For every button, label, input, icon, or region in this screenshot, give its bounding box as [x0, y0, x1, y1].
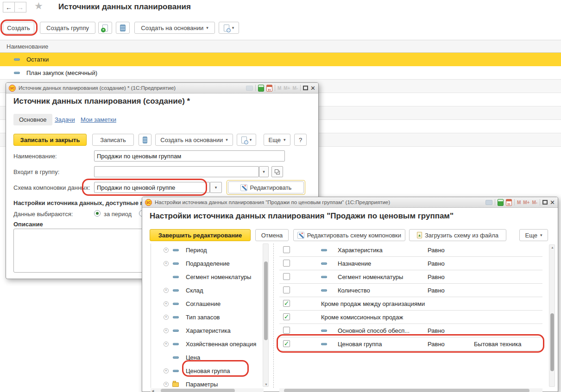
more-button[interactable]: Еще ▾ [264, 134, 290, 146]
memory-minus-button[interactable]: M- [532, 200, 537, 205]
tree-hscrollbar-thumb[interactable] [161, 389, 235, 392]
print-icon[interactable] [485, 200, 492, 205]
tree-item-stock-type[interactable]: + Тип запасов [151, 311, 264, 324]
filters-hscrollbar[interactable] [279, 388, 542, 392]
dialog2-titlebar[interactable]: 1С Настройки источника данных планирован… [142, 197, 558, 208]
scroll-up-icon[interactable]: ▲ [551, 246, 554, 249]
create-based-on-button[interactable]: Создать на основании ▾ [134, 22, 215, 34]
checkbox[interactable] [283, 260, 290, 267]
checkbox-checked[interactable]: ✓ [283, 340, 290, 347]
list-settings-button[interactable] [116, 22, 130, 34]
group-field[interactable] [94, 166, 259, 177]
table-row[interactable]: План закупок (месячный) [0, 66, 561, 80]
checkbox[interactable] [283, 273, 290, 280]
expand-icon[interactable]: + [164, 301, 169, 306]
dialog1-titlebar[interactable]: 1С Источник данных планирования (создани… [6, 83, 318, 93]
calculator-icon[interactable] [498, 199, 504, 206]
more-button[interactable]: Еще ▾ [519, 229, 548, 241]
memory-minus-button[interactable]: M- [292, 86, 298, 91]
create-group-button[interactable]: Создать группу [40, 22, 95, 34]
expand-icon[interactable]: + [164, 288, 169, 293]
tree-item-segment[interactable]: Сегмент номенклатуры [151, 270, 264, 284]
memory-recall-button[interactable]: M [517, 200, 521, 205]
forward-button[interactable]: → [14, 2, 26, 12]
filters-hscrollbar-thumb[interactable] [284, 389, 529, 392]
filter-row-except-intercompany[interactable]: ✓ Кроме продаж между организациями [279, 297, 542, 311]
back-button[interactable]: ← [3, 2, 15, 12]
finish-editing-button[interactable]: Завершить редактирование [150, 229, 251, 241]
close-icon[interactable]: ✕ [310, 85, 315, 91]
expand-icon[interactable]: + [164, 315, 169, 320]
group-dropdown-button[interactable]: ▾ [259, 166, 269, 177]
expand-icon[interactable]: + [164, 368, 169, 373]
checkbox[interactable] [283, 286, 290, 293]
expand-icon[interactable]: + [164, 248, 169, 253]
filter-row-segment[interactable]: Сегмент номенклатуры Равно [279, 270, 542, 284]
create-based-on-button[interactable]: Создать на основании ▾ [155, 134, 233, 146]
checkbox[interactable] [283, 327, 290, 334]
tree-item-business-operation[interactable]: + Хозяйственная операция [151, 337, 264, 351]
schema-dropdown-button[interactable]: ▾ [210, 182, 222, 193]
tree-item-department[interactable]: + Подразделение [151, 257, 264, 270]
tab-notes[interactable]: Мои заметки [81, 116, 116, 123]
tree-hscrollbar[interactable]: ◀ [151, 388, 264, 392]
expand-icon[interactable]: + [164, 342, 169, 347]
radio-period-selected[interactable] [94, 210, 101, 217]
tree-item-agreement[interactable]: + Соглашение [151, 297, 264, 311]
save-and-close-button[interactable]: Записать и закрыть [13, 134, 87, 146]
expand-icon[interactable]: + [164, 328, 169, 333]
maximize-icon[interactable] [303, 86, 308, 90]
create-button[interactable]: Создать [3, 22, 34, 34]
expand-icon[interactable]: + [164, 382, 169, 387]
tree-item-price[interactable]: Цена [151, 351, 264, 364]
table-header[interactable]: Наименование [0, 40, 561, 53]
add-copy-button[interactable]: + [98, 22, 112, 34]
tree-item-characteristic[interactable]: + Характеристика [151, 324, 264, 337]
checkbox-checked[interactable]: ✓ [283, 300, 290, 307]
filters-scrollbar-thumb[interactable] [550, 313, 554, 371]
tree-scrollbar-thumb[interactable] [264, 261, 268, 340]
edit-layout-schema-button[interactable]: + Редактировать схему компоновки [293, 229, 405, 241]
memory-plus-button[interactable]: M+ [284, 86, 290, 91]
calendar-icon[interactable]: 31 [266, 85, 272, 92]
filter-row-quantity[interactable]: Количество Равно [279, 284, 542, 297]
memory-plus-button[interactable]: M+ [523, 200, 529, 205]
filter-row-price-group[interactable]: ✓ Ценовая группа Равно Бытовая техника [279, 337, 542, 351]
filter-row-supply-method[interactable]: Основной способ обесп... Равно [279, 324, 542, 337]
checkbox-checked[interactable]: ✓ [283, 313, 290, 320]
load-schema-button[interactable]: ▲ Загрузить схему из файла [409, 229, 506, 241]
filter-row-except-commission[interactable]: ✓ Кроме комиссионных продаж [279, 311, 542, 324]
close-icon[interactable]: ✕ [550, 199, 555, 205]
maximize-icon[interactable] [542, 200, 548, 205]
print-icon[interactable] [246, 86, 253, 91]
calculator-icon[interactable] [258, 85, 264, 92]
tree-item-period[interactable]: + Период [151, 243, 264, 257]
tree-item-warehouse[interactable]: + Склад [151, 284, 264, 297]
filter-row-purpose[interactable]: Назначение Равно [279, 257, 542, 270]
calendar-icon[interactable]: 31 [506, 199, 512, 206]
help-button[interactable]: ? [294, 134, 307, 146]
save-button[interactable]: Записать [92, 134, 134, 146]
group-open-button[interactable] [271, 166, 283, 177]
report-menu-button[interactable]: ▾ [237, 134, 256, 146]
scroll-left-icon[interactable]: ◀ [151, 389, 154, 392]
table-row[interactable]: Остатки [0, 53, 561, 66]
checkbox[interactable] [283, 246, 290, 253]
memory-recall-button[interactable]: M [277, 86, 281, 91]
favorite-star-icon[interactable]: ★ [34, 0, 43, 12]
tree-item-price-group[interactable]: + Ценовая группа [151, 364, 264, 378]
expand-icon[interactable]: + [164, 261, 169, 266]
scroll-down-icon[interactable]: ▼ [265, 383, 268, 386]
schema-field[interactable] [94, 182, 210, 193]
list-settings-button[interactable] [139, 134, 151, 146]
report-menu-button[interactable]: ▾ [219, 22, 239, 34]
tab-tasks[interactable]: Задачи [55, 116, 75, 123]
panel-splitter[interactable] [273, 243, 274, 388]
tab-main[interactable]: Основное [13, 114, 52, 125]
name-field[interactable] [94, 150, 285, 162]
filters-scrollbar[interactable]: ▲ [549, 244, 555, 387]
tree-scrollbar[interactable]: ▼ [263, 243, 269, 387]
cancel-button[interactable]: Отмена [255, 229, 289, 241]
edit-schema-button[interactable]: + Редактировать [228, 181, 304, 193]
filter-row-characteristic[interactable]: Характеристика Равно [279, 243, 542, 257]
